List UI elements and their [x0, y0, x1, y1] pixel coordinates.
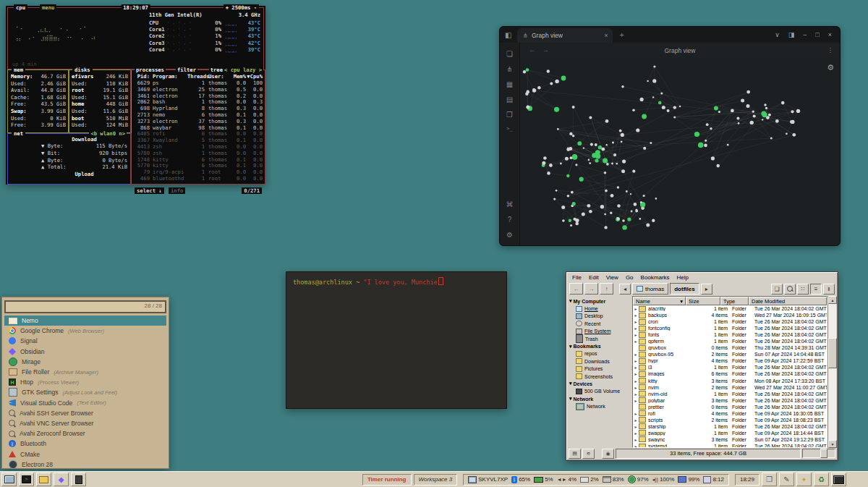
- row-expander-icon[interactable]: ▸: [633, 424, 639, 429]
- launcher-terminal-icon[interactable]: >: [19, 473, 34, 486]
- sidebar-item-recent[interactable]: Recent: [568, 320, 629, 327]
- help-icon[interactable]: ?: [508, 216, 512, 224]
- nav-back-button[interactable]: ←: [569, 283, 583, 295]
- table-row[interactable]: ▸swaync3 itemsFolderSun 07 Apr 2024 19:1…: [633, 436, 827, 443]
- row-expander-icon[interactable]: ▸: [633, 444, 639, 447]
- sidebar-item-desktop[interactable]: Desktop: [568, 313, 629, 320]
- process-row[interactable]: 5770kitty6thomas0.10.0: [131, 162, 265, 169]
- table-row[interactable]: ▸gruvbox-952 itemsFolderSun 07 Apr 2024 …: [633, 351, 827, 357]
- launcher-item-nemo[interactable]: Nemo: [4, 316, 166, 326]
- processes-filter-button[interactable]: filter: [176, 67, 197, 73]
- process-row[interactable]: 3461electron17thomas0.20.0: [131, 93, 265, 99]
- row-expander-icon[interactable]: ▸: [633, 352, 639, 357]
- tray-item[interactable]: 97%: [628, 475, 649, 483]
- open-terminal-button[interactable]: ❏: [771, 284, 783, 295]
- menu-file[interactable]: File: [569, 274, 585, 281]
- process-row[interactable]: 469bluetoothd1root0.00.0: [131, 175, 265, 182]
- workspace-indicator[interactable]: Workspace 3: [414, 474, 458, 486]
- row-expander-icon[interactable]: ▸: [633, 358, 639, 363]
- table-row[interactable]: ▸fonts1 itemFolderTue 26 Mar 2024 18:04:…: [633, 331, 827, 338]
- row-expander-icon[interactable]: ▸: [633, 418, 639, 423]
- process-row[interactable]: 5780zsh1thomas0.00.0: [131, 150, 265, 156]
- sidebar-section-header[interactable]: ▾Network: [568, 395, 629, 402]
- graph-settings-gear-icon[interactable]: ⚙: [827, 63, 834, 72]
- treeview-toggle-button[interactable]: ≋: [582, 449, 595, 459]
- table-row[interactable]: ▸gpferm1 itemFolderTue 26 Mar 2024 18:04…: [633, 338, 827, 344]
- scroll-up-icon[interactable]: ▲: [828, 296, 837, 304]
- btop-disks-title[interactable]: disks: [72, 67, 93, 73]
- launcher-item-htop[interactable]: Htop(Process Viewer): [4, 377, 166, 387]
- launcher-obsidian-icon[interactable]: ◆: [54, 473, 69, 486]
- close-button[interactable]: ×: [828, 31, 832, 38]
- row-expander-icon[interactable]: ▸: [633, 326, 639, 331]
- menu-edit[interactable]: Edit: [585, 274, 603, 281]
- tray-item[interactable]: 5%: [534, 476, 553, 483]
- launcher-keys-icon[interactable]: ✦: [796, 473, 812, 486]
- table-row[interactable]: ▸kitty3 itemsFolderMon 08 Apr 2024 17:33…: [633, 378, 827, 384]
- sidebar-item-repos[interactable]: repos: [568, 350, 629, 357]
- templates-icon[interactable]: ❒: [506, 111, 513, 119]
- menu-go[interactable]: Go: [622, 274, 637, 281]
- row-expander-icon[interactable]: ▸: [633, 332, 639, 337]
- column-date-modified[interactable]: Date Modified: [749, 297, 827, 305]
- launcher-recycle-icon[interactable]: ♻: [814, 473, 829, 486]
- launcher-item-avahi-ssh-server-browser[interactable]: Avahi SSH Server Browser: [4, 408, 166, 418]
- process-row[interactable]: 6629ps1thomas0.0100: [131, 80, 265, 86]
- minimize-button[interactable]: –: [803, 31, 807, 38]
- sidebar-item-network[interactable]: Network: [568, 402, 629, 410]
- table-row[interactable]: ▸systemd1 itemFolderTue 26 Mar 2024 18:0…: [633, 443, 827, 447]
- row-expander-icon[interactable]: ▸: [633, 319, 639, 324]
- canvas-icon[interactable]: ▦: [506, 80, 513, 88]
- sidebar-item-pictures[interactable]: Pictures: [568, 365, 629, 373]
- row-expander-icon[interactable]: ▸: [633, 398, 639, 403]
- tray-item[interactable]: ᛒ65%: [511, 476, 530, 483]
- table-row[interactable]: ▸i31 itemFolderTue 26 Mar 2024 18:04:02 …: [633, 364, 827, 370]
- process-row[interactable]: 3469electron25thomas0.50.0: [131, 86, 265, 93]
- command-palette-icon[interactable]: ⌘: [506, 200, 514, 208]
- file-list-scrollbar[interactable]: ▲ ▼: [827, 296, 836, 448]
- launcher-item-signal[interactable]: Signal: [4, 336, 166, 346]
- graph-canvas[interactable]: ⚙: [520, 59, 840, 245]
- process-row[interactable]: 868waybar98thomas0.10.0: [131, 124, 265, 131]
- btop-interval-control[interactable]: + 2500ms -: [224, 4, 259, 11]
- breadcrumb-home[interactable]: thomas: [632, 283, 668, 295]
- table-row[interactable]: ▸nvim-old1 itemFolderTue 26 Mar 2024 18:…: [633, 391, 827, 397]
- row-expander-icon[interactable]: ▸: [633, 378, 639, 384]
- launcher-trash-icon[interactable]: [71, 473, 86, 486]
- process-info-hint[interactable]: info: [169, 187, 185, 194]
- launcher-computer-icon[interactable]: [1, 473, 17, 486]
- table-row[interactable]: gruvbox0 itemsFolderThu 28 Mar 2024 14:3…: [633, 344, 827, 351]
- list-view-button[interactable]: ≡: [810, 284, 822, 295]
- graph-view-icon[interactable]: ⋔: [506, 65, 512, 73]
- row-expander-icon[interactable]: ▸: [633, 431, 639, 436]
- tray-item[interactable]: 99%: [678, 476, 699, 483]
- launcher-file-manager-icon[interactable]: [36, 473, 51, 486]
- zoom-slider[interactable]: [802, 449, 835, 458]
- table-row[interactable]: ▸rofi4 itemsFolderTue 09 Apr 2024 16:30:…: [633, 410, 827, 417]
- nav-forward-button[interactable]: →: [584, 283, 598, 295]
- table-row[interactable]: ▸alacritty1 itemFolderTue 26 Mar 2024 18…: [633, 305, 827, 312]
- tray-item[interactable]: 2%: [580, 476, 599, 483]
- process-select-hint[interactable]: select ↓: [135, 187, 164, 194]
- nav-up-button[interactable]: ↑: [600, 283, 613, 295]
- btop-mem-title[interactable]: mem: [12, 67, 25, 73]
- launcher-item-visual-studio-code[interactable]: Visual Studio Code(Text Editor): [4, 398, 166, 408]
- launcher-item-avahi-vnc-server-browser[interactable]: Avahi VNC Server Browser: [4, 418, 166, 428]
- launcher-item-electron-28[interactable]: Electron 28: [4, 460, 166, 470]
- row-expander-icon[interactable]: ▸: [633, 365, 639, 370]
- process-row[interactable]: 3273electron37thomas0.30.0: [131, 118, 265, 124]
- launcher-display-icon[interactable]: [831, 473, 846, 486]
- row-expander-icon[interactable]: ▸: [633, 385, 639, 390]
- table-row[interactable]: ▸nvim2 itemsFolderWed 27 Mar 2024 11:00:…: [633, 384, 827, 391]
- daily-note-icon[interactable]: ▤: [506, 96, 513, 103]
- column-size[interactable]: Size: [686, 297, 720, 305]
- show-hidden-toggle-button[interactable]: ◉: [602, 449, 614, 459]
- table-row[interactable]: ▸starship1 itemFolderTue 26 Mar 2024 18:…: [633, 423, 827, 430]
- row-expander-icon[interactable]: ▸: [633, 391, 639, 397]
- btop-cpu-title[interactable]: cpu: [14, 4, 27, 11]
- process-row[interactable]: 4413zsh1thomas0.00.0: [131, 143, 265, 150]
- btop-net-title[interactable]: net: [12, 130, 25, 137]
- breadcrumb-scroll-right[interactable]: ▸: [701, 284, 712, 295]
- sidebar-item-downloads[interactable]: Downloads: [568, 357, 629, 365]
- menu-help[interactable]: Help: [673, 274, 692, 281]
